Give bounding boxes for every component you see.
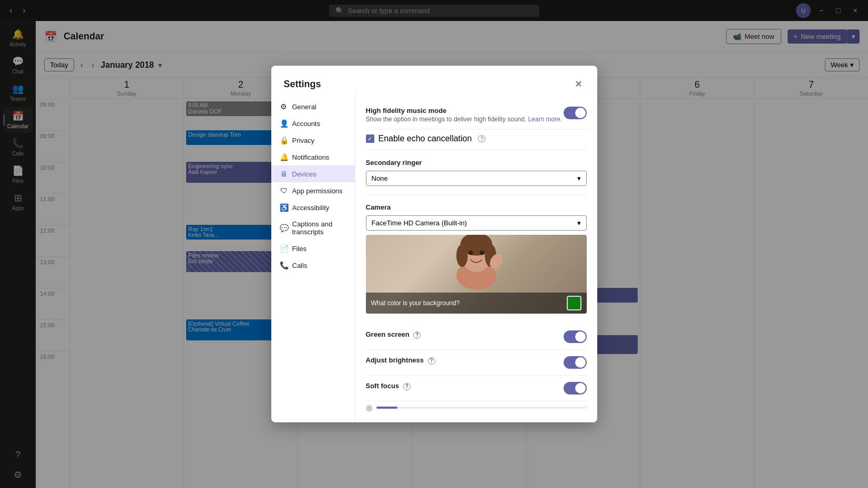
accounts-nav-label: Accounts (292, 120, 320, 128)
calls-nav-icon: 📞 (280, 261, 288, 269)
svg-point-5 (468, 251, 473, 255)
app-permissions-nav-icon: 🛡 (280, 186, 288, 195)
camera-dropdown-arrow-icon: ▾ (577, 219, 581, 227)
modal-header: Settings ✕ (271, 66, 597, 92)
camera-label: Camera (366, 203, 587, 211)
brightness-help-icon[interactable]: ? (428, 357, 435, 365)
notifications-nav-icon: 🔔 (280, 153, 288, 161)
high-fidelity-toggle[interactable] (564, 107, 587, 119)
settings-nav-accessibility[interactable]: ♿ Accessibility (271, 199, 355, 216)
devices-nav-label: Devices (292, 170, 316, 178)
settings-nav-notifications[interactable]: 🔔 Notifications (271, 149, 355, 165)
soft-focus-setting: Soft focus ? (366, 376, 587, 401)
soft-focus-slider[interactable] (376, 407, 587, 409)
high-fidelity-label: High fidelity music mode (366, 107, 563, 115)
notifications-nav-label: Notifications (292, 153, 330, 161)
adjust-brightness-info: Adjust brightness ? (366, 356, 435, 365)
accessibility-nav-label: Accessibility (292, 204, 330, 212)
green-screen-toggle[interactable] (564, 330, 587, 343)
divider-2 (366, 194, 587, 195)
camera-preview: What color is your background? (366, 235, 587, 314)
accessibility-nav-icon: ♿ (280, 203, 288, 212)
learn-more-link[interactable]: Learn more. (528, 116, 562, 123)
files-nav-label: Files (292, 245, 307, 253)
camera-preview-label: What color is your background? (371, 299, 460, 307)
adjust-brightness-setting: Adjust brightness ? (366, 350, 587, 376)
echo-cancellation-row: ✓ Enable echo cancellation ? (366, 130, 587, 148)
camera-value: FaceTime HD Camera (Built-in) (372, 219, 467, 227)
slider-min-icon: ◎ (366, 403, 372, 412)
camera-section: Camera FaceTime HD Camera (Built-in) ▾ (366, 197, 587, 324)
settings-nav-calls[interactable]: 📞 Calls (271, 257, 355, 274)
dropdown-arrow-icon: ▾ (577, 174, 581, 182)
green-screen-info: Green screen ? (366, 330, 421, 339)
high-fidelity-info: High fidelity music mode Show the option… (366, 107, 563, 123)
app-permissions-nav-label: App permissions (292, 187, 343, 195)
settings-nav-captions[interactable]: 💬 Captions and transcripts (271, 216, 355, 240)
adjust-brightness-label: Adjust brightness ? (366, 356, 435, 365)
settings-nav-app-permissions[interactable]: 🛡 App permissions (271, 182, 355, 199)
captions-nav-icon: 💬 (280, 224, 288, 232)
modal-overlay[interactable]: Settings ✕ ⚙ General 👤 Accounts 🔒 Privac… (0, 0, 868, 488)
camera-preview-overlay: What color is your background? (366, 293, 587, 314)
person-illustration (429, 235, 524, 293)
soft-focus-slider-row: ◎ (366, 401, 587, 414)
modal-body: ⚙ General 👤 Accounts 🔒 Privacy 🔔 Notific… (271, 92, 597, 422)
slider-fill (376, 407, 397, 409)
green-screen-setting: Green screen ? (366, 324, 587, 350)
soft-focus-label: Soft focus ? (366, 382, 411, 390)
green-screen-help-icon[interactable]: ? (413, 331, 421, 339)
settings-nav-devices[interactable]: 🖥 Devices (271, 165, 355, 182)
secondary-ringer-value: None (372, 174, 388, 182)
echo-cancellation-label: Enable echo cancellation (379, 134, 472, 143)
green-screen-label: Green screen ? (366, 330, 421, 339)
secondary-ringer-dropdown[interactable]: None ▾ (366, 171, 587, 186)
soft-focus-toggle[interactable] (564, 382, 587, 394)
svg-point-6 (479, 251, 484, 255)
devices-nav-icon: 🖥 (280, 170, 288, 178)
settings-nav-files[interactable]: 📄 Files (271, 240, 355, 257)
soft-focus-info: Soft focus ? (366, 382, 411, 390)
captions-nav-label: Captions and transcripts (292, 220, 346, 236)
settings-nav-privacy[interactable]: 🔒 Privacy (271, 132, 355, 149)
calls-nav-label: Calls (292, 262, 308, 269)
privacy-nav-icon: 🔒 (280, 136, 288, 144)
settings-nav-general[interactable]: ⚙ General (271, 98, 355, 115)
background-color-swatch[interactable] (567, 296, 581, 310)
modal-close-button[interactable]: ✕ (573, 76, 585, 92)
echo-help-icon[interactable]: ? (478, 135, 485, 142)
secondary-ringer-section: Secondary ringer None ▾ (366, 152, 587, 192)
adjust-brightness-toggle[interactable] (564, 356, 587, 369)
secondary-ringer-label: Secondary ringer (366, 159, 587, 167)
svg-point-3 (456, 244, 468, 267)
high-fidelity-setting: High fidelity music mode Show the option… (366, 100, 587, 130)
accounts-nav-icon: 👤 (280, 119, 288, 128)
general-nav-icon: ⚙ (280, 102, 288, 111)
privacy-nav-label: Privacy (292, 137, 315, 144)
divider-1 (366, 150, 587, 150)
echo-cancellation-checkbox[interactable]: ✓ (366, 134, 374, 143)
general-nav-label: General (292, 103, 316, 111)
high-fidelity-desc: Show the option in meetings to deliver h… (366, 116, 563, 123)
files-nav-icon: 📄 (280, 244, 288, 253)
modal-title: Settings (284, 79, 321, 90)
settings-nav-accounts[interactable]: 👤 Accounts (271, 115, 355, 132)
settings-content: High fidelity music mode Show the option… (355, 92, 597, 422)
settings-modal: Settings ✕ ⚙ General 👤 Accounts 🔒 Privac… (271, 66, 597, 422)
settings-nav: ⚙ General 👤 Accounts 🔒 Privacy 🔔 Notific… (271, 92, 355, 422)
soft-focus-help-icon[interactable]: ? (403, 383, 411, 390)
camera-dropdown[interactable]: FaceTime HD Camera (Built-in) ▾ (366, 215, 587, 231)
